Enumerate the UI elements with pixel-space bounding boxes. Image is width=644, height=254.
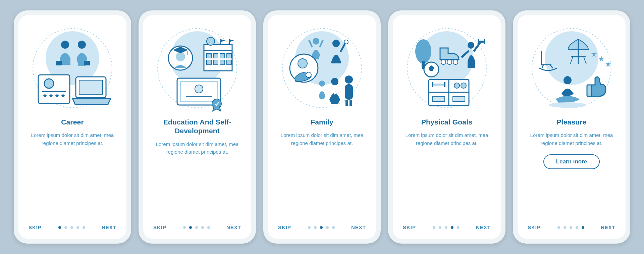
footer-family: SKIP NEXT — [278, 224, 366, 230]
dot-4[interactable] — [576, 226, 578, 229]
svg-rect-66 — [484, 39, 485, 44]
career-icon — [29, 24, 116, 112]
title-pleasure: Pleasure — [556, 118, 586, 126]
dot-2[interactable] — [439, 226, 441, 229]
svg-rect-24 — [213, 60, 218, 65]
svg-rect-71 — [432, 82, 433, 87]
dot-1[interactable] — [183, 226, 186, 229]
title-career: Career — [61, 118, 84, 126]
footer-physical: SKIP NEXT — [403, 224, 491, 230]
education-icon — [154, 24, 241, 112]
svg-rect-10 — [79, 80, 103, 94]
next-button[interactable]: NEXT — [601, 224, 615, 230]
dot-3[interactable] — [320, 226, 323, 229]
svg-rect-3 — [56, 61, 62, 65]
svg-rect-22 — [227, 53, 231, 58]
screen-pleasure: Pleasure Lorem ipsum dolor sit dim amet,… — [518, 15, 626, 239]
svg-point-74 — [461, 83, 466, 88]
dot-3[interactable] — [570, 226, 572, 229]
title-physical: Physical Goals — [421, 118, 472, 126]
screen-career: Career Lorem ipsum dolor sit dim amet, m… — [18, 15, 126, 239]
screen-family: Family Lorem ipsum dolor sit dim amet, m… — [268, 15, 376, 239]
dot-2[interactable] — [314, 226, 317, 229]
svg-rect-76 — [453, 96, 465, 102]
phone-physical: Physical Goals Lorem ipsum dolor sit dim… — [388, 10, 505, 244]
svg-point-61 — [468, 42, 474, 49]
dot-1[interactable] — [433, 226, 435, 229]
screen-physical: Physical Goals Lorem ipsum dolor sit dim… — [393, 15, 501, 239]
svg-point-40 — [332, 40, 340, 47]
svg-rect-70 — [433, 84, 445, 86]
screen-education: Education And Self-Development Lorem ips… — [143, 15, 251, 239]
dot-5[interactable] — [83, 226, 85, 229]
phone-education: Education And Self-Development Lorem ips… — [139, 10, 256, 244]
skip-button[interactable]: SKIP — [528, 224, 541, 230]
dot-2[interactable] — [64, 226, 67, 229]
svg-point-37 — [313, 38, 319, 45]
svg-rect-51 — [350, 100, 352, 106]
family-icon — [278, 24, 366, 112]
svg-point-14 — [176, 52, 185, 61]
svg-point-73 — [454, 83, 460, 88]
dot-1[interactable] — [557, 226, 560, 229]
page-dots — [433, 226, 460, 229]
phone-career: Career Lorem ipsum dolor sit dim amet, m… — [14, 10, 131, 244]
next-button[interactable]: NEXT — [102, 224, 116, 230]
svg-point-85 — [564, 76, 572, 84]
svg-rect-5 — [84, 61, 90, 65]
phone-family: Family Lorem ipsum dolor sit dim amet, m… — [263, 10, 381, 244]
svg-point-58 — [441, 60, 446, 64]
svg-point-2 — [61, 41, 69, 49]
svg-point-42 — [344, 40, 348, 44]
dot-5[interactable] — [457, 226, 460, 229]
svg-rect-26 — [227, 60, 231, 65]
svg-point-59 — [447, 60, 452, 64]
svg-rect-75 — [433, 96, 445, 102]
dot-2[interactable] — [189, 226, 192, 229]
svg-rect-23 — [207, 60, 211, 65]
skip-button[interactable]: SKIP — [278, 224, 291, 230]
dot-4[interactable] — [451, 226, 453, 229]
page-dots — [557, 226, 584, 229]
dot-1[interactable] — [58, 226, 61, 229]
skip-button[interactable]: SKIP — [403, 224, 416, 230]
dot-4[interactable] — [326, 226, 329, 229]
page-dots — [183, 226, 210, 229]
svg-point-18 — [207, 37, 215, 45]
svg-point-7 — [44, 79, 54, 88]
svg-rect-72 — [444, 82, 445, 87]
svg-rect-87 — [587, 85, 592, 96]
svg-rect-64 — [478, 41, 484, 43]
learn-more-button[interactable]: Learn more — [543, 154, 600, 169]
desc-career: Lorem ipsum dolor sit dim amet, mea regi… — [29, 131, 116, 147]
skip-button[interactable]: SKIP — [153, 224, 166, 230]
svg-point-48 — [345, 75, 353, 84]
pleasure-icon — [528, 24, 615, 112]
dot-3[interactable] — [195, 226, 198, 229]
footer-pleasure: SKIP NEXT — [528, 224, 615, 230]
svg-point-44 — [298, 59, 307, 68]
dot-2[interactable] — [564, 226, 566, 229]
dot-3[interactable] — [445, 226, 447, 229]
svg-line-63 — [474, 43, 480, 51]
next-button[interactable]: NEXT — [476, 224, 491, 230]
title-education: Education And Self-Development — [153, 118, 241, 136]
skip-button[interactable]: SKIP — [29, 224, 42, 230]
dot-5[interactable] — [332, 226, 335, 229]
phone-pleasure: Pleasure Lorem ipsum dolor sit dim amet,… — [513, 10, 630, 244]
footer-education: SKIP NEXT — [153, 224, 241, 230]
next-button[interactable]: NEXT — [351, 224, 366, 230]
dot-5[interactable] — [582, 226, 584, 229]
dot-4[interactable] — [201, 226, 204, 229]
dot-1[interactable] — [308, 226, 311, 229]
desc-family: Lorem ipsum dolor sit dim amet, mea regi… — [278, 131, 366, 147]
svg-point-31 — [195, 85, 203, 93]
dot-3[interactable] — [70, 226, 73, 229]
next-button[interactable]: NEXT — [226, 224, 241, 230]
dot-4[interactable] — [76, 226, 79, 229]
dot-5[interactable] — [207, 226, 210, 229]
svg-rect-21 — [220, 53, 225, 58]
page-dots — [58, 226, 85, 229]
svg-rect-6 — [38, 75, 70, 104]
desc-education: Lorem ipsum dolor sit dim amet, mea regi… — [154, 140, 241, 156]
